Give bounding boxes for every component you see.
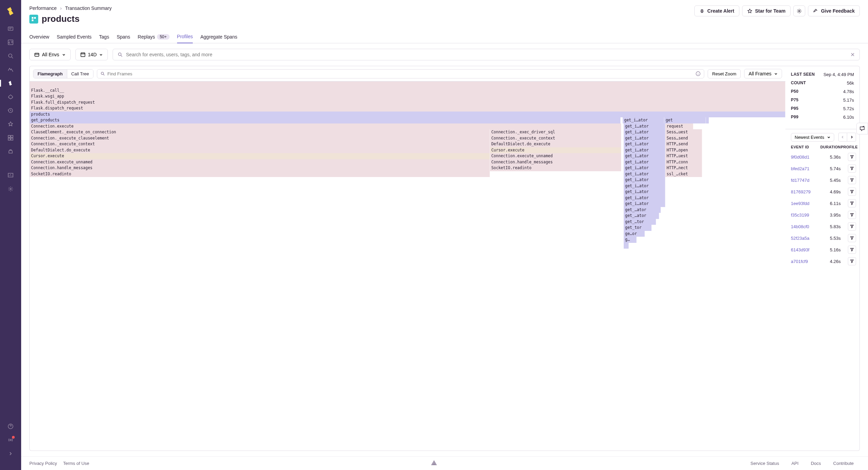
frame[interactable]: Connection._execute_clauseelement <box>30 135 490 142</box>
frame[interactable]: DefaultDialect.do_execute <box>490 141 621 147</box>
releases-icon[interactable] <box>7 148 14 155</box>
help-icon[interactable] <box>7 423 14 430</box>
alerts-icon[interactable] <box>7 93 14 100</box>
tab-spans[interactable]: Spans <box>117 30 130 43</box>
event-id-link[interactable]: a701fcf9 <box>791 259 817 264</box>
frame[interactable]: Flask.wsgi_app <box>30 93 785 100</box>
frame[interactable]: Flask.__call__ <box>30 88 785 94</box>
broadcast-icon[interactable] <box>7 437 14 443</box>
frame[interactable]: get_i…ator <box>624 201 665 207</box>
frame[interactable]: Connection.execute_unnamed <box>490 153 621 159</box>
time-filter[interactable]: 14D <box>75 49 108 60</box>
env-filter[interactable]: All Envs <box>29 49 71 60</box>
profile-icon[interactable] <box>848 199 856 207</box>
info-icon[interactable] <box>696 71 700 76</box>
search-icon[interactable] <box>7 53 14 59</box>
frame[interactable]: get_i…ator <box>623 117 664 123</box>
contribute-link[interactable]: Contribute <box>833 461 854 466</box>
prev-page-btn[interactable] <box>838 133 847 142</box>
frame[interactable]: get_i…ator <box>624 195 665 201</box>
profile-icon[interactable] <box>848 164 856 173</box>
frame[interactable]: get_i…ator <box>624 129 665 135</box>
tab-profiles[interactable]: Profiles <box>177 30 193 43</box>
frame[interactable]: Connection.handle_messages <box>490 159 621 165</box>
star-button[interactable]: Star for Team <box>742 5 791 16</box>
calltree-view-btn[interactable]: Call Tree <box>67 70 93 78</box>
frame[interactable]: HTTP…send <box>665 141 703 147</box>
events-sort[interactable]: Newest Events <box>791 133 834 142</box>
profile-icon[interactable] <box>848 234 856 242</box>
frame[interactable]: Connection._execute_context <box>30 141 490 147</box>
frame[interactable]: SocketIO.readinto <box>490 165 621 171</box>
frame[interactable]: ClauseElement._execute_on_connection <box>30 129 490 135</box>
feedback-bubble-icon[interactable] <box>856 123 868 134</box>
frame[interactable]: Connection.handle_messages <box>30 165 490 171</box>
projects-icon[interactable] <box>7 39 14 46</box>
profiling-icon[interactable] <box>7 80 14 87</box>
event-id-link[interactable]: fd17747d <box>791 178 817 183</box>
frame[interactable]: Connection.execute_unnamed <box>30 159 490 165</box>
event-id-link[interactable]: 14b08cf0 <box>791 224 817 229</box>
frame[interactable]: get_i…ator <box>624 135 665 142</box>
profile-icon[interactable] <box>848 222 856 231</box>
settings-icon[interactable] <box>7 186 14 192</box>
discover-icon[interactable] <box>7 121 14 128</box>
stats-icon[interactable] <box>7 172 14 179</box>
event-id-link[interactable]: 52f23a5a <box>791 236 817 241</box>
search-input[interactable] <box>126 52 847 57</box>
frame[interactable]: g… <box>624 237 637 243</box>
profile-icon[interactable] <box>848 153 856 161</box>
tab-tags[interactable]: Tags <box>99 30 109 43</box>
frame[interactable]: Connection._execute_context <box>490 135 621 142</box>
tab-overview[interactable]: Overview <box>29 30 49 43</box>
dashboards-icon[interactable] <box>7 134 14 141</box>
frame[interactable]: Flask.full_dispatch_request <box>30 100 785 106</box>
frame[interactable]: get_i…ator <box>624 147 665 153</box>
frame[interactable] <box>706 117 709 123</box>
profile-icon[interactable] <box>848 176 856 184</box>
search-box[interactable] <box>113 49 860 60</box>
frame[interactable]: get_i…ator <box>624 153 665 159</box>
frame[interactable]: get_…ator <box>624 207 661 213</box>
event-id-link[interactable]: 6143d93f <box>791 247 817 252</box>
frame[interactable]: request <box>665 123 693 130</box>
event-id-link[interactable]: 81769279 <box>791 189 817 194</box>
find-frames-box[interactable] <box>97 69 705 78</box>
frame[interactable]: HTTP…open <box>665 147 703 153</box>
frames-filter[interactable]: All Frames <box>744 69 782 78</box>
frame[interactable]: get_…ator <box>624 213 659 219</box>
feedback-button[interactable]: Give Feedback <box>808 5 860 16</box>
breadcrumb-root[interactable]: Performance <box>29 5 57 11</box>
event-id-link[interactable]: f35c3199 <box>791 212 817 218</box>
event-id-link[interactable]: bfed2a71 <box>791 166 817 171</box>
frame[interactable]: get_i…ator <box>624 183 665 189</box>
frame[interactable]: Sess…uest <box>665 129 703 135</box>
performance-icon[interactable] <box>7 66 14 73</box>
frame[interactable] <box>624 243 629 249</box>
frame[interactable]: get_i…ator <box>624 165 665 171</box>
frame[interactable]: get_i…ator <box>624 189 665 195</box>
flamegraph[interactable]: Flask.__call__Flask.wsgi_appFlask.full_d… <box>30 82 785 451</box>
terms-link[interactable]: Terms of Use <box>63 461 89 466</box>
gear-button[interactable] <box>793 5 805 16</box>
clear-icon[interactable] <box>851 53 855 57</box>
frame[interactable]: get_i…ator <box>624 123 665 130</box>
frame[interactable]: Flask.dispatch_request <box>30 105 785 112</box>
frame[interactable]: Sess…send <box>665 135 703 142</box>
tab-aggregate-spans[interactable]: Aggregate Spans <box>200 30 237 43</box>
frame[interactable]: Connection.execute <box>30 123 621 130</box>
frame[interactable]: get_i…ator <box>624 141 665 147</box>
frame[interactable]: get <box>664 117 706 123</box>
flamegraph-view-btn[interactable]: Flamegraph <box>33 70 67 78</box>
frame[interactable]: ge…or <box>624 231 645 237</box>
status-link[interactable]: Service Status <box>751 461 779 466</box>
frame[interactable]: HTTP…conn <box>665 159 703 165</box>
profile-icon[interactable] <box>848 257 856 265</box>
event-id-link[interactable]: 9f0d08d1 <box>791 155 817 160</box>
frame[interactable]: HTTP…nect <box>665 165 703 171</box>
privacy-link[interactable]: Privacy Policy <box>29 461 57 466</box>
frame[interactable]: get_i…ator <box>624 171 665 177</box>
profile-icon[interactable] <box>848 211 856 219</box>
next-page-btn[interactable] <box>847 133 856 142</box>
frame[interactable]: get_tor <box>624 225 652 231</box>
